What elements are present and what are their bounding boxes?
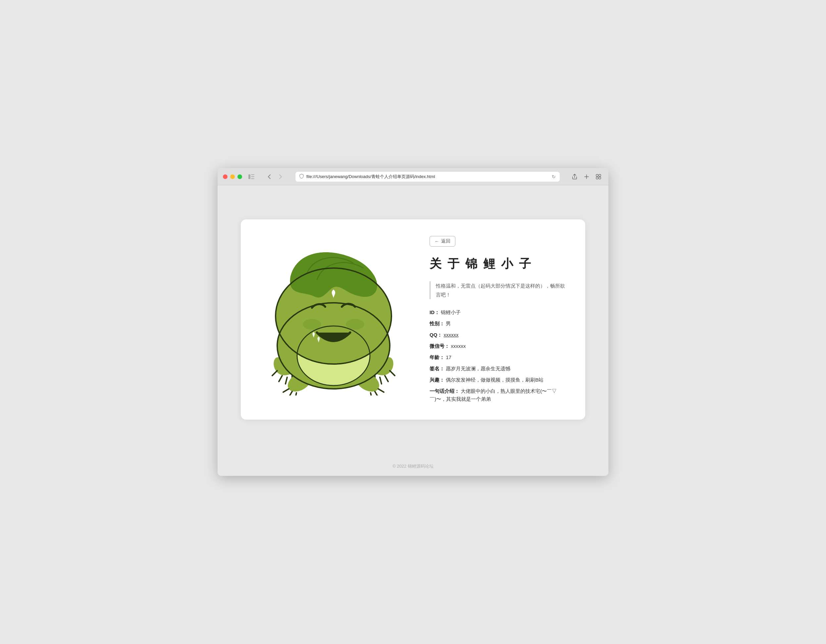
url-text: file:///Users/janewang/Downloads/青蛙个人介绍单… — [306, 174, 435, 180]
page-footer: © 2022 锦鲤源码论坛 — [217, 457, 609, 476]
gender-label: 性别： — [430, 320, 444, 326]
profile-card: ← 返回 关 于 锦 鲤 小 子 性格温和，无雷点（起码大部分情况下是这样的），… — [241, 220, 585, 420]
back-button-label: 返回 — [441, 238, 450, 244]
svg-rect-2 — [251, 176, 255, 177]
browser-titlebar: file:///Users/janewang/Downloads/青蛙个人介绍单… — [217, 168, 609, 185]
share-button[interactable] — [570, 172, 579, 181]
intro-label: 一句话介绍： — [430, 388, 460, 394]
interests-value: 偶尔发发神经，做做视频，摸摸鱼，刷刷B站 — [446, 377, 543, 382]
id-label: ID： — [430, 310, 439, 315]
profile-quote: 性格温和，无雷点（起码大部分情况下是这样的），畅所欲言吧！ — [430, 281, 565, 299]
address-bar[interactable]: file:///Users/janewang/Downloads/青蛙个人介绍单… — [295, 172, 560, 182]
footer-text: © 2022 锦鲤源码论坛 — [393, 464, 433, 469]
maximize-button[interactable] — [238, 174, 242, 179]
svg-rect-0 — [248, 174, 250, 179]
back-button[interactable]: ← 返回 — [430, 236, 455, 246]
motto-value: 愿岁月无波澜，愿余生无遗憾 — [446, 366, 510, 371]
frog-illustration — [264, 243, 403, 395]
svg-point-12 — [346, 319, 364, 330]
profile-qq: QQ： xxxxxx — [430, 331, 565, 339]
close-button[interactable] — [223, 174, 228, 179]
profile-intro: 一句话介绍： 大佬眼中的小白，熟人眼里的技术宅(〜￣▽￣)〜，其实我就是一个弟弟 — [430, 387, 565, 403]
traffic-lights — [223, 174, 242, 179]
wechat-label: 微信号： — [430, 343, 449, 349]
wechat-value: xxxxxx — [451, 343, 466, 349]
forward-nav-button[interactable] — [276, 172, 285, 181]
id-value: 锦鲤小子 — [441, 310, 461, 315]
svg-rect-7 — [599, 177, 601, 179]
svg-rect-5 — [599, 174, 601, 176]
profile-content: ← 返回 关 于 锦 鲤 小 子 性格温和，无雷点（起码大部分情况下是这样的），… — [430, 236, 565, 403]
interests-label: 兴趣： — [430, 377, 444, 382]
browser-content: ← 返回 关 于 锦 鲤 小 子 性格温和，无雷点（起码大部分情况下是这样的），… — [217, 185, 609, 457]
reload-icon[interactable]: ↻ — [552, 174, 556, 180]
svg-rect-3 — [251, 178, 255, 179]
gender-value: 男 — [446, 320, 451, 326]
qq-value[interactable]: xxxxxx — [444, 332, 459, 337]
minimize-button[interactable] — [230, 174, 235, 179]
security-icon — [300, 174, 304, 180]
profile-interests: 兴趣： 偶尔发发神经，做做视频，摸摸鱼，刷刷B站 — [430, 376, 565, 384]
page-title: 关 于 锦 鲤 小 子 — [430, 256, 565, 272]
age-value: 17 — [446, 355, 452, 360]
svg-point-11 — [303, 319, 321, 330]
profile-motto: 签名： 愿岁月无波澜，愿余生无遗憾 — [430, 365, 565, 373]
frog-image — [257, 240, 410, 399]
profile-gender: 性别： 男 — [430, 320, 565, 328]
profile-id: ID： 锦鲤小子 — [430, 308, 565, 316]
profile-info-list: ID： 锦鲤小子 性别： 男 QQ： xxxxxx 微信号： xxxxxx — [430, 308, 565, 403]
svg-rect-4 — [596, 174, 598, 176]
motto-label: 签名： — [430, 366, 444, 371]
svg-rect-1 — [251, 174, 255, 175]
back-nav-button[interactable] — [265, 172, 274, 181]
age-label: 年龄： — [430, 355, 444, 360]
sidebar-toggle-button[interactable] — [245, 172, 257, 181]
back-arrow-icon: ← — [435, 238, 439, 244]
qq-label: QQ： — [430, 332, 442, 337]
profile-wechat: 微信号： xxxxxx — [430, 342, 565, 350]
browser-action-buttons — [570, 172, 603, 181]
profile-age: 年龄： 17 — [430, 353, 565, 361]
browser-window: file:///Users/janewang/Downloads/青蛙个人介绍单… — [217, 168, 609, 476]
browser-nav-controls — [265, 172, 285, 181]
tab-overview-button[interactable] — [594, 172, 603, 181]
svg-rect-6 — [596, 177, 598, 179]
new-tab-button[interactable] — [582, 172, 591, 181]
